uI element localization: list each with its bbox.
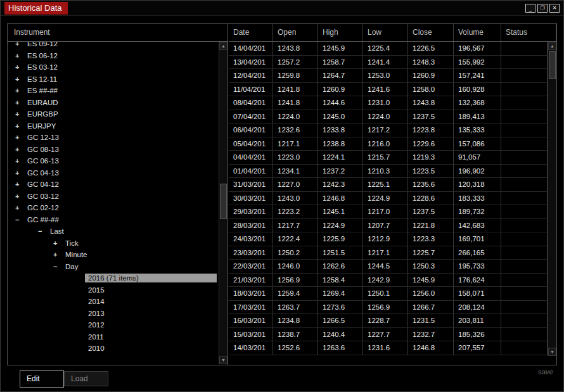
tree-item[interactable]: + GC 08-13 — [8, 144, 219, 156]
table-row[interactable]: 15/03/201 1238.7 1240.4 1227.7 1232.7 18… — [229, 328, 548, 342]
cell-status — [501, 151, 548, 164]
table-row[interactable]: 05/04/201 1217.1 1238.8 1216.0 1229.6 15… — [229, 137, 548, 151]
tree-item[interactable]: − Day — [8, 261, 219, 273]
tree-expand-icon[interactable]: − — [15, 216, 24, 224]
tree-expand-icon[interactable]: − — [38, 227, 47, 235]
table-row[interactable]: 29/03/201 1223.2 1245.1 1217.0 1237.5 18… — [229, 205, 548, 219]
tree-expand-icon[interactable]: − — [53, 263, 62, 270]
tree-item[interactable]: + GC 03-12 — [8, 191, 219, 203]
table-row[interactable]: 23/03/201 1250.2 1251.5 1217.1 1225.7 26… — [229, 246, 548, 260]
cell-high: 1251.5 — [318, 246, 363, 260]
tree-expand-icon[interactable]: + — [15, 99, 24, 106]
tab-edit[interactable]: Edit — [20, 370, 64, 388]
table-row[interactable]: 12/04/201 1259.8 1264.7 1253.0 1260.9 15… — [229, 69, 548, 83]
tree-item[interactable]: + Minute — [8, 249, 219, 261]
tree-item[interactable]: + EURJPY — [8, 120, 219, 132]
tree-expand-icon[interactable]: + — [15, 146, 24, 153]
tree-item[interactable]: 2015 — [8, 284, 219, 296]
tree-item[interactable]: 2014 — [8, 296, 219, 308]
tree-expand-icon[interactable]: + — [15, 169, 24, 177]
column-header-volume[interactable]: Volume — [454, 24, 501, 41]
close-icon: ✕ — [553, 5, 557, 11]
column-header-status[interactable]: Status — [501, 24, 556, 41]
column-header-date[interactable]: Date — [229, 24, 273, 41]
table-row[interactable]: 18/03/201 1259.4 1269.4 1250.1 1256.0 15… — [229, 287, 548, 301]
tree-item[interactable]: + GC 04-12 — [8, 179, 219, 191]
column-header-high[interactable]: High — [318, 24, 363, 41]
tree-item[interactable]: − GC ##-## — [8, 214, 219, 226]
grid-scrollbar[interactable]: ▲ ▼ — [548, 42, 556, 356]
table-row[interactable]: 14/03/201 1252.6 1263.6 1231.6 1246.8 20… — [229, 341, 548, 355]
tree-item[interactable]: + GC 12-13 — [8, 132, 219, 144]
table-row[interactable]: 13/04/201 1257.2 1258.7 1241.4 1248.3 15… — [229, 56, 548, 70]
tree-item[interactable]: 2013 — [8, 308, 219, 320]
tree-item[interactable]: 2012 — [8, 319, 219, 331]
tab-load[interactable]: Load — [64, 371, 108, 386]
table-row[interactable]: 17/03/201 1263.7 1273.6 1256.9 1266.7 20… — [229, 301, 548, 315]
cell-date: 29/03/201 — [229, 205, 273, 218]
tree-scrollbar-thumb[interactable] — [220, 184, 227, 219]
table-row[interactable]: 01/04/201 1234.1 1237.2 1210.3 1223.5 19… — [229, 165, 548, 179]
tree-item[interactable]: + ES 06-12 — [8, 50, 219, 62]
grid-scrollbar-thumb[interactable] — [549, 51, 556, 79]
tree-item[interactable]: + ES ##-## — [8, 85, 219, 97]
tree-expand-icon[interactable]: + — [15, 122, 24, 130]
tree-expand-icon[interactable]: + — [15, 52, 24, 60]
table-row[interactable]: 30/03/201 1243.0 1246.8 1224.9 1228.6 18… — [229, 192, 548, 206]
minimize-button[interactable]: _ — [525, 4, 535, 13]
table-row[interactable]: 31/03/201 1227.0 1242.3 1225.1 1235.6 12… — [229, 178, 548, 192]
tree-expand-icon[interactable]: + — [15, 63, 24, 71]
column-header-open[interactable]: Open — [273, 24, 318, 41]
tree-expand-icon[interactable]: + — [15, 204, 24, 212]
tree-item[interactable]: 2010 — [8, 343, 219, 355]
tree-expand-icon[interactable]: + — [15, 193, 24, 200]
table-body: 14/04/201 1243.8 1245.9 1225.4 1226.5 19… — [229, 42, 548, 355]
tree-item[interactable]: 2011 — [8, 331, 219, 343]
table-row[interactable]: 07/04/201 1224.0 1245.0 1224.0 1237.5 18… — [229, 110, 548, 124]
tree-item[interactable]: + EURAUD — [8, 97, 219, 109]
close-button[interactable]: ✕ — [549, 4, 560, 13]
table-row[interactable]: 06/04/201 1232.6 1233.8 1217.2 1223.8 13… — [229, 123, 548, 137]
tree-item[interactable]: + ES 12-11 — [8, 73, 219, 85]
table-row[interactable]: 14/04/201 1243.8 1245.9 1225.4 1226.5 19… — [229, 42, 548, 56]
table-row[interactable]: 22/03/201 1246.0 1262.6 1244.5 1250.3 19… — [229, 260, 548, 274]
table-row[interactable]: 16/03/201 1234.8 1266.5 1228.7 1231.5 20… — [229, 314, 548, 328]
tree-item[interactable]: + Tick — [8, 237, 219, 250]
scroll-up-icon[interactable]: ▲ — [219, 42, 228, 50]
tree-item[interactable]: 2016 (71 items) — [8, 272, 219, 284]
column-header-close[interactable]: Close — [408, 24, 454, 41]
tree-expand-icon[interactable]: + — [15, 87, 24, 94]
tree-expand-icon[interactable]: + — [15, 134, 24, 141]
scroll-down-icon[interactable]: ▼ — [548, 348, 556, 356]
table-row[interactable]: 08/04/201 1241.8 1244.6 1231.0 1243.8 13… — [229, 96, 548, 110]
tree-expand-icon[interactable]: + — [15, 75, 24, 83]
tree-expand-icon[interactable]: + — [15, 42, 24, 47]
tree-item[interactable]: − Last — [8, 225, 219, 237]
table-row[interactable]: 11/04/201 1241.8 1260.9 1241.6 1258.0 16… — [229, 83, 548, 97]
tree-expand-icon[interactable]: + — [53, 251, 62, 258]
instrument-column-header[interactable]: Instrument — [8, 24, 228, 42]
maximize-button[interactable]: ❐ — [537, 4, 548, 13]
cell-date: 31/03/201 — [229, 178, 273, 191]
tree-item[interactable]: + ES 09-12 — [8, 42, 219, 50]
tree-expand-icon[interactable]: + — [15, 110, 24, 118]
column-header-low[interactable]: Low — [363, 24, 408, 41]
table-row[interactable]: 24/03/201 1222.4 1225.9 1212.9 1223.3 16… — [229, 232, 548, 246]
tree-scrollbar[interactable]: ▲ ▼ — [219, 42, 228, 364]
tree-item[interactable]: + EURGBP — [8, 108, 219, 120]
table-row[interactable]: 04/04/201 1223.0 1224.1 1215.7 1219.3 91… — [229, 151, 548, 165]
tree-expand-icon[interactable]: + — [15, 157, 24, 165]
scroll-down-icon[interactable]: ▼ — [219, 356, 228, 364]
table-row[interactable]: 28/03/201 1217.7 1224.9 1207.7 1221.8 14… — [229, 219, 548, 233]
table-row[interactable]: 21/03/201 1256.9 1258.4 1242.9 1245.9 17… — [229, 274, 548, 288]
scroll-up-icon[interactable]: ▲ — [548, 42, 556, 50]
tree-item[interactable]: + GC 02-12 — [8, 202, 219, 214]
save-button[interactable]: save — [538, 368, 553, 376]
tree-item-label: EURJPY — [24, 122, 59, 130]
tree-item[interactable]: + GC 06-13 — [8, 155, 219, 167]
tree-item-label: GC 08-13 — [24, 145, 62, 154]
tree-expand-icon[interactable]: + — [53, 239, 62, 247]
tree-expand-icon[interactable]: + — [15, 180, 24, 188]
tree-item[interactable]: + ES 03-12 — [8, 61, 219, 73]
tree-item[interactable]: + GC 04-13 — [8, 167, 219, 179]
